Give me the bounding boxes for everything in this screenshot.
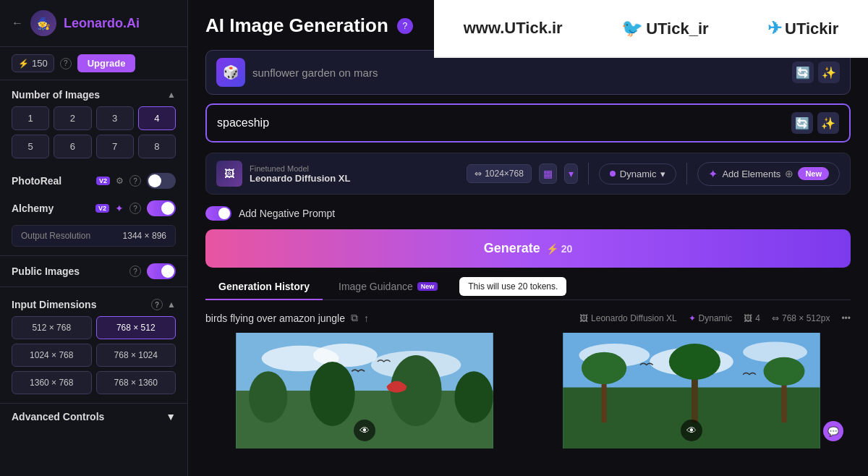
back-arrow-icon[interactable]: ← bbox=[12, 17, 23, 30]
dim-btn-1360x768[interactable]: 1360 × 768 bbox=[12, 371, 92, 394]
svg-point-8 bbox=[454, 371, 493, 422]
dim-btn-768x1024[interactable]: 768 × 1024 bbox=[96, 344, 176, 367]
negative-prompt-row: Add Negative Prompt bbox=[205, 203, 851, 229]
token-bar: ⚡ 150 ? Upgrade bbox=[0, 47, 187, 80]
tab-generation-history[interactable]: Generation History bbox=[205, 273, 323, 299]
image-2-eye-button[interactable]: 👁 bbox=[681, 420, 702, 441]
model-card-icon[interactable]: ▦ bbox=[539, 163, 557, 184]
svg-point-18 bbox=[669, 344, 720, 380]
prompt-2-action-1[interactable]: 🔄 bbox=[791, 112, 813, 134]
public-images-toggle[interactable] bbox=[147, 263, 176, 279]
dim-btn-768x1360[interactable]: 768 × 1360 bbox=[96, 371, 176, 394]
public-images-row: Public Images ? bbox=[0, 255, 187, 286]
negative-prompt-toggle[interactable] bbox=[205, 206, 231, 221]
generate-area: Generate ⚡ 20 bbox=[205, 229, 851, 273]
public-images-help-icon[interactable]: ? bbox=[129, 265, 141, 277]
input-dimensions-header: Input Dimensions ? ▲ bbox=[0, 290, 187, 316]
model-dropdown-icon[interactable]: ▾ bbox=[564, 163, 578, 184]
advanced-controls[interactable]: Advanced Controls ▼ bbox=[0, 403, 187, 430]
num-btn-3[interactable]: 3 bbox=[96, 106, 134, 130]
input-dimensions-section: Input Dimensions ? ▲ 512 × 768 768 × 512… bbox=[0, 286, 187, 403]
negative-prompt-label: Add Negative Prompt bbox=[239, 208, 335, 219]
prompt-1-action-2[interactable]: ✨ bbox=[818, 61, 840, 83]
history-count: 🖼 4 bbox=[744, 313, 760, 323]
page-title: AI Image Generation bbox=[205, 14, 388, 37]
prompt-2-actions: 🔄 ✨ bbox=[791, 112, 839, 134]
token-tooltip: This will use 20 tokens. bbox=[459, 277, 566, 296]
model-avatar: 🖼 bbox=[216, 161, 242, 187]
alchemy-sparkle-icon: ✦ bbox=[115, 203, 124, 214]
model-info: Finetuned Model Leonardo Diffusion XL bbox=[250, 164, 459, 184]
prompt-2-box: 🔄 ✨ bbox=[205, 103, 851, 143]
history-area: birds flying over amazon jungle ⧉ ↑ 🖼 Le… bbox=[205, 300, 851, 460]
tokens-help-icon[interactable]: ? bbox=[60, 58, 72, 69]
chevron-down-icon: ▼ bbox=[166, 411, 176, 422]
number-of-images-grid: 1 2 3 4 5 6 7 8 bbox=[0, 106, 187, 167]
history-meta: 🖼 Leonardo Diffusion XL ✦ Dynamic 🖼 4 ⇔ … bbox=[579, 313, 851, 323]
model-name: Leonardo Diffusion XL bbox=[250, 173, 459, 184]
image-1-eye-button[interactable]: 👁 bbox=[354, 420, 375, 441]
history-more-icon[interactable]: ••• bbox=[841, 313, 851, 323]
image-2-chat-button[interactable]: 💬 bbox=[823, 421, 843, 441]
photoreal-toggle[interactable] bbox=[147, 173, 176, 189]
prompt-2-action-2[interactable]: ✨ bbox=[817, 112, 839, 134]
model-row: 🖼 Finetuned Model Leonardo Diffusion XL … bbox=[205, 153, 851, 195]
avatar: 🧙 bbox=[30, 10, 56, 36]
chevron-up-icon-dims[interactable]: ▲ bbox=[167, 299, 176, 310]
content-area: AI Image Generation ? 🎲 sunflower garden… bbox=[188, 0, 868, 476]
dim-btn-768x512[interactable]: 768 × 512 bbox=[96, 316, 176, 339]
num-btn-2[interactable]: 2 bbox=[54, 106, 91, 130]
chevron-up-icon[interactable]: ▲ bbox=[167, 90, 176, 100]
alchemy-toggle[interactable] bbox=[147, 200, 176, 216]
num-btn-1[interactable]: 1 bbox=[12, 106, 49, 130]
generate-button[interactable]: Generate ⚡ 20 bbox=[205, 229, 851, 268]
num-btn-7[interactable]: 7 bbox=[96, 135, 134, 158]
add-elements-button[interactable]: ✦ Add Elements ⊕ New bbox=[697, 162, 840, 186]
num-btn-4[interactable]: 4 bbox=[138, 106, 176, 130]
svg-point-3 bbox=[313, 344, 378, 367]
history-style: ✦ Dynamic bbox=[689, 313, 733, 323]
history-model: 🖼 Leonardo Diffusion XL bbox=[579, 313, 677, 323]
sidebar-header: ← 🧙 Leonardo.Ai bbox=[0, 0, 187, 47]
history-size: ⇔ 768 × 512px bbox=[772, 313, 830, 323]
num-btn-8[interactable]: 8 bbox=[138, 135, 176, 158]
num-btn-6[interactable]: 6 bbox=[54, 135, 91, 158]
photoreal-v2-badge: V2 bbox=[96, 177, 110, 185]
photoreal-row: PhotoReal V2 ⚙ ? bbox=[0, 167, 187, 195]
output-resolution: Output Resolution 1344 × 896 bbox=[12, 225, 176, 247]
svg-point-6 bbox=[310, 362, 354, 426]
upload-icon[interactable]: ↑ bbox=[364, 313, 369, 324]
copy-icon[interactable]: ⧉ bbox=[351, 312, 358, 324]
model-label: Finetuned Model bbox=[250, 164, 459, 173]
image-thumb-1[interactable]: 👁 bbox=[205, 333, 524, 449]
svg-point-16 bbox=[582, 352, 626, 384]
upgrade-button[interactable]: Upgrade bbox=[77, 54, 136, 72]
token-count: ⚡ 150 bbox=[12, 54, 54, 72]
alchemy-help-icon[interactable]: ? bbox=[129, 203, 141, 214]
dim-btn-512x768[interactable]: 512 × 768 bbox=[12, 316, 92, 339]
model-size-button[interactable]: ⇔ 1024×768 bbox=[467, 164, 532, 183]
dimensions-help-icon[interactable]: ? bbox=[151, 299, 163, 310]
token-lightning-icon: ⚡ bbox=[546, 243, 558, 255]
photoreal-gear-icon[interactable]: ⚙ bbox=[116, 176, 124, 186]
dim-btn-1024x768[interactable]: 1024 × 768 bbox=[12, 344, 92, 367]
dynamic-style-button[interactable]: Dynamic ▾ bbox=[599, 163, 677, 184]
alchemy-v2-badge: V2 bbox=[95, 204, 109, 213]
image-guidance-new-badge: New bbox=[417, 282, 438, 291]
main-content: www.UTick.ir 🐦UTick_ir ✈UTickir AI Image… bbox=[188, 0, 868, 476]
image-thumb-2[interactable]: 👁 💬 bbox=[532, 333, 851, 449]
dynamic-chevron-icon: ▾ bbox=[660, 169, 665, 179]
prompt-1-action-1[interactable]: 🔄 bbox=[792, 61, 814, 83]
token-icon: ⚡ bbox=[18, 59, 29, 69]
dimension-grid: 512 × 768 768 × 512 1024 × 768 768 × 102… bbox=[0, 316, 187, 403]
prompt-2-input[interactable] bbox=[217, 116, 784, 129]
svg-point-20 bbox=[764, 357, 805, 386]
num-btn-5[interactable]: 5 bbox=[12, 135, 49, 158]
watermark-telegram: ✈UTickir bbox=[767, 18, 838, 38]
photoreal-help-icon[interactable]: ? bbox=[129, 175, 141, 187]
brand-name: Leonardo.Ai bbox=[64, 16, 140, 31]
history-item-name: birds flying over amazon jungle ⧉ ↑ bbox=[205, 312, 369, 324]
watermark-twitter: 🐦UTick_ir bbox=[621, 18, 708, 38]
page-info-icon[interactable]: ? bbox=[397, 18, 413, 34]
tab-image-guidance[interactable]: Image Guidance New bbox=[326, 273, 451, 299]
